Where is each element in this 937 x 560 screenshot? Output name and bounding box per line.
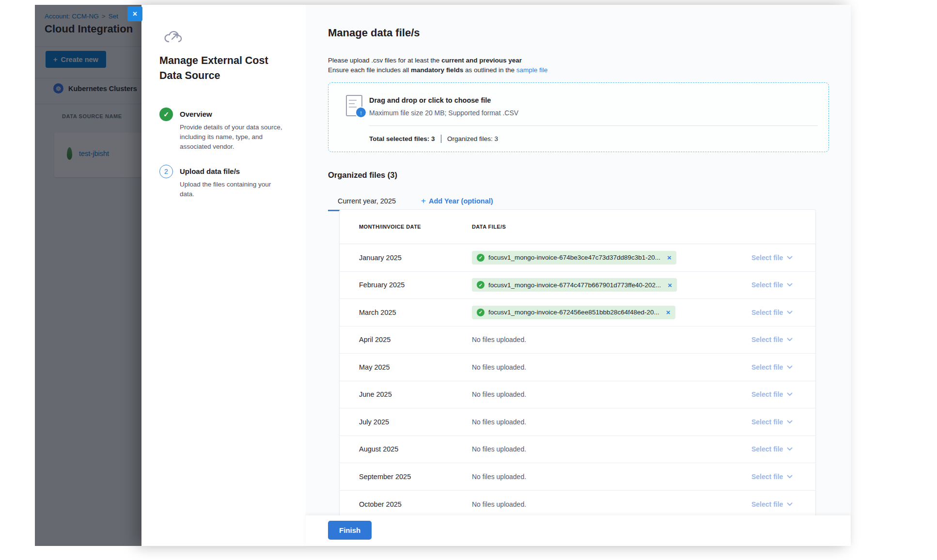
- chevron-down-icon: [787, 365, 793, 369]
- month-label: July 2025: [340, 418, 472, 426]
- plus-icon: +: [421, 196, 426, 206]
- chevron-down-icon: [787, 311, 793, 314]
- select-file-label: Select file: [751, 363, 783, 371]
- file-cell: ✓ focusv1_mongo-invoice-674be3ce47c73d37…: [472, 251, 751, 264]
- select-file-label: Select file: [751, 473, 783, 481]
- file-dropzone[interactable]: ↑ Drag and drop or click to choose file …: [328, 82, 829, 152]
- select-file-dropdown[interactable]: Select file: [751, 445, 815, 453]
- file-chip: ✓ focusv1_mongo-invoice-672456ee851bbb28…: [472, 306, 675, 319]
- table-row: April 2025 No files uploaded. Select fil…: [340, 327, 815, 354]
- no-files-text: No files uploaded.: [472, 445, 526, 453]
- instruction-line-1: Please upload .csv files for at least th…: [328, 57, 522, 64]
- select-file-label: Select file: [751, 390, 783, 398]
- no-files-text: No files uploaded.: [472, 390, 526, 398]
- select-file-dropdown[interactable]: Select file: [751, 418, 815, 426]
- finish-button[interactable]: Finish: [328, 521, 372, 540]
- month-column-header: MONTH/INVOICE DATE: [340, 224, 472, 230]
- file-cell: No files uploaded.: [472, 418, 751, 426]
- table-row: June 2025 No files uploaded. Select file: [340, 381, 815, 409]
- select-file-dropdown[interactable]: Select file: [751, 309, 815, 316]
- drawer-footer: Finish: [306, 515, 851, 546]
- file-cell: No files uploaded.: [472, 445, 751, 453]
- divider: [369, 125, 818, 126]
- table-row: August 2025 No files uploaded. Select fi…: [340, 436, 815, 464]
- select-file-dropdown[interactable]: Select file: [751, 473, 815, 481]
- step-overview[interactable]: ✓ Overview Provide details of your data …: [159, 108, 282, 152]
- remove-file-icon[interactable]: ×: [666, 309, 671, 316]
- table-header: MONTH/INVOICE DATE DATA FILE/S: [340, 210, 815, 244]
- remove-file-icon[interactable]: ×: [667, 254, 672, 261]
- chevron-down-icon: [787, 392, 793, 396]
- file-cell: No files uploaded.: [472, 473, 751, 481]
- month-label: October 2025: [340, 500, 472, 508]
- step-overview-label: Overview: [180, 108, 282, 121]
- table-row: January 2025 ✓ focusv1_mongo-invoice-674…: [340, 244, 815, 272]
- chevron-down-icon: [787, 283, 793, 287]
- month-label: May 2025: [340, 363, 472, 371]
- add-year-button[interactable]: + Add Year (optional): [421, 192, 493, 211]
- panel-title: Manage data file/s: [328, 27, 420, 39]
- month-label: June 2025: [340, 390, 472, 398]
- check-circle-icon: ✓: [159, 108, 173, 121]
- file-chip-name: focusv1_mongo-invoice-674be3ce47c73d37dd…: [488, 254, 660, 261]
- file-chip: ✓ focusv1_mongo-invoice-6774c477b667901d…: [472, 278, 677, 292]
- close-icon[interactable]: ×: [127, 6, 142, 21]
- sample-file-link[interactable]: sample file: [516, 66, 548, 74]
- organized-files-heading: Organized files (3): [328, 171, 397, 180]
- file-chip-name: focusv1_mongo-invoice-672456ee851bbb28c6…: [488, 309, 659, 316]
- file-column-header: DATA FILE/S: [472, 224, 815, 230]
- upload-arrow-icon: ↑: [355, 107, 367, 118]
- no-files-text: No files uploaded.: [472, 500, 526, 508]
- file-cell: No files uploaded.: [472, 500, 751, 508]
- select-file-dropdown[interactable]: Select file: [751, 363, 815, 371]
- remove-file-icon[interactable]: ×: [668, 281, 672, 289]
- background-page: Account: CCM-NG > Set Cloud Integration …: [35, 5, 141, 546]
- instruction2-middle: as outlined in the: [463, 66, 516, 74]
- month-label: January 2025: [340, 254, 472, 262]
- divider: [441, 135, 442, 143]
- select-file-label: Select file: [751, 500, 783, 508]
- instruction2-text: Ensure each file includes all: [328, 66, 411, 74]
- select-file-label: Select file: [751, 281, 783, 289]
- chevron-down-icon: [787, 256, 793, 260]
- table-row: September 2025 No files uploaded. Select…: [340, 463, 815, 491]
- file-chip-name: focusv1_mongo-invoice-6774c477b667901d77…: [488, 281, 661, 289]
- chevron-down-icon: [787, 502, 793, 506]
- chevron-down-icon: [787, 475, 793, 479]
- no-files-text: No files uploaded.: [472, 336, 526, 343]
- select-file-dropdown[interactable]: Select file: [751, 281, 815, 289]
- step-number-badge: 2: [159, 165, 173, 178]
- step-upload-data-files[interactable]: 2 Upload data file/s Upload the files co…: [159, 165, 282, 199]
- cloud-export-icon: [164, 29, 183, 45]
- file-check-icon: ✓: [477, 254, 484, 262]
- instruction2-bold: mandatory fields: [411, 66, 463, 74]
- chevron-down-icon: [787, 447, 793, 451]
- dropzone-title: Drag and drop or click to choose file: [369, 96, 491, 104]
- month-label: August 2025: [340, 445, 472, 453]
- table-row: October 2025 No files uploaded. Select f…: [340, 491, 815, 516]
- no-files-text: No files uploaded.: [472, 473, 526, 481]
- month-label: February 2025: [340, 281, 472, 289]
- instruction1-text: Please upload .csv files for at least th…: [328, 57, 441, 64]
- instruction-line-2: Ensure each file includes all mandatory …: [328, 66, 547, 74]
- step-upload-description: Upload the files containing your data.: [180, 180, 282, 199]
- select-file-dropdown[interactable]: Select file: [751, 500, 815, 508]
- no-files-text: No files uploaded.: [472, 418, 526, 426]
- select-file-dropdown[interactable]: Select file: [751, 254, 815, 262]
- select-file-dropdown[interactable]: Select file: [751, 336, 815, 343]
- file-counts: Total selected files: 3 Organized files:…: [369, 135, 498, 143]
- table-row: February 2025 ✓ focusv1_mongo-invoice-67…: [340, 272, 815, 299]
- files-table-body: January 2025 ✓ focusv1_mongo-invoice-674…: [340, 244, 815, 515]
- organized-files-card: MONTH/INVOICE DATE DATA FILE/S January 2…: [339, 209, 816, 515]
- select-file-dropdown[interactable]: Select file: [751, 390, 815, 398]
- file-check-icon: ✓: [477, 309, 484, 316]
- tab-current-year[interactable]: Current year, 2025: [328, 192, 406, 211]
- file-check-icon: ✓: [477, 281, 484, 289]
- select-file-label: Select file: [751, 309, 783, 316]
- modal-overlay[interactable]: [35, 5, 141, 546]
- table-row: July 2025 No files uploaded. Select file: [340, 408, 815, 436]
- file-cell: No files uploaded.: [472, 363, 751, 371]
- wizard-sidebar: Manage External Cost Data Source ✓ Overv…: [141, 5, 306, 546]
- month-label: March 2025: [340, 309, 472, 316]
- chevron-down-icon: [787, 338, 793, 342]
